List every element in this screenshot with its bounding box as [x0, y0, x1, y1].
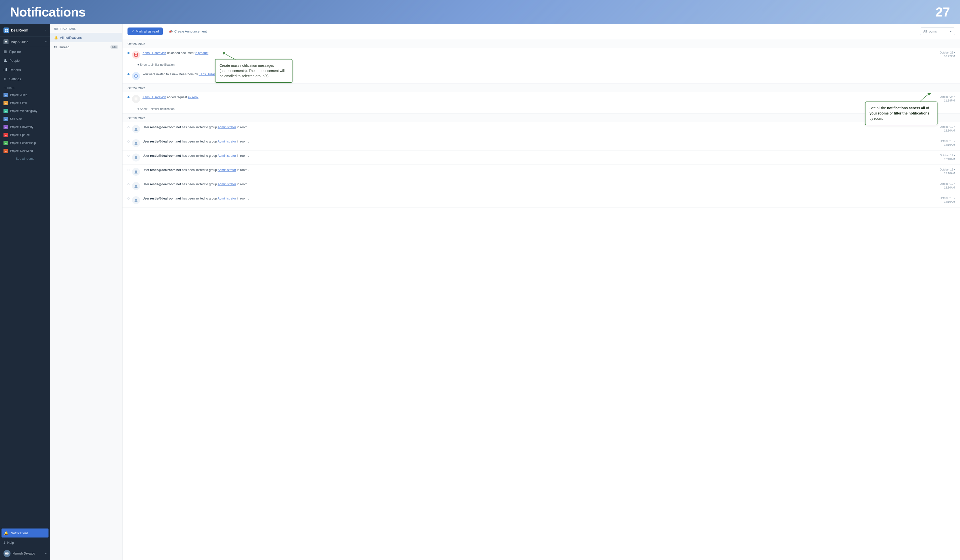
user-name: Hannah Delgado	[13, 552, 35, 555]
pipeline-icon: ▦	[3, 50, 7, 53]
date-group-oct19: Oct 19, 2022	[123, 113, 960, 122]
room-project-simil[interactable]: ☰ Project Simil	[0, 99, 50, 107]
room-project-spruce[interactable]: ☰ Project Spruce	[0, 131, 50, 139]
room-icon-nextmind: ☰	[3, 149, 8, 153]
collapse-icon[interactable]: «	[45, 29, 46, 32]
room-project-weddingday[interactable]: ☰ Project WeddingDay	[0, 107, 50, 115]
nav-settings[interactable]: ⚙ Settings	[0, 75, 50, 83]
group-link[interactable]: Administrator	[218, 182, 236, 186]
read-dot	[128, 141, 130, 142]
nav-help[interactable]: ℹ Help	[0, 538, 50, 547]
notifications-toolbar: ✓ Mark all as read 📣 Create Announcement…	[123, 24, 960, 39]
user-icon	[132, 196, 140, 204]
rooms-filter-dropdown[interactable]: All rooms ▾	[920, 27, 955, 35]
svg-point-17	[135, 142, 137, 144]
room-project-university[interactable]: ☰ Project University	[0, 123, 50, 131]
notification-time: October 19 • 12:10AM	[940, 196, 955, 204]
nav-pipeline[interactable]: ▦ Pipeline	[0, 47, 50, 56]
room-icon-university: ☰	[3, 125, 8, 129]
request-link[interactable]: #2 req2	[188, 96, 198, 99]
unread-dot	[128, 96, 130, 98]
svg-rect-3	[6, 30, 8, 32]
nav-pipeline-label: Pipeline	[9, 50, 21, 53]
user-link[interactable]: Kans Husarevich	[142, 96, 166, 99]
group-link[interactable]: Administrator	[218, 197, 236, 200]
svg-rect-5	[4, 69, 4, 71]
room-label-jules: Project Jules	[10, 93, 27, 97]
notification-content: Kans Husarevich added request #2 req2.	[142, 95, 937, 100]
svg-point-21	[135, 199, 137, 201]
svg-point-19	[135, 171, 137, 172]
create-announcement-button[interactable]: 📣 Create Announcement	[166, 27, 210, 35]
notification-content: User restie@dealroom.net has been invite…	[142, 196, 937, 201]
read-dot	[128, 126, 130, 128]
svg-text:PDF: PDF	[134, 54, 138, 56]
list-icon	[132, 95, 140, 103]
nav-reports[interactable]: Reports	[0, 65, 50, 75]
nav-people-label: People	[10, 59, 19, 62]
sidebar: DealRoom « M Major Airline ▾ ▦ Pipeline	[0, 24, 50, 560]
group-link[interactable]: Administrator	[218, 140, 236, 143]
bell-icon: 🔔	[54, 36, 58, 40]
group-link[interactable]: Administrator	[218, 168, 236, 172]
user-profile[interactable]: HD Hannah Delgado ▾	[0, 547, 50, 560]
workspace-dropdown-icon: ▾	[45, 40, 46, 43]
brand-icon	[3, 27, 9, 33]
nav-settings-label: Settings	[9, 77, 21, 81]
rooms-label: Rooms	[0, 83, 50, 91]
room-project-scholarship[interactable]: ☰ Project Scholarship	[0, 139, 50, 147]
tooltip-arrow-filter	[915, 93, 932, 103]
header-count: 27	[936, 5, 950, 19]
svg-text:+: +	[135, 74, 137, 78]
nav-people[interactable]: People	[0, 56, 50, 65]
user-icon	[132, 125, 140, 133]
show-similar-2[interactable]: ▾ Show 1 similar notification	[123, 106, 960, 113]
notification-content: User restie@dealroom.net has been invite…	[142, 125, 937, 130]
brand-name: DealRoom	[11, 28, 28, 32]
room-icon-simil: ☰	[3, 101, 8, 105]
chevron-down-icon: ▾	[138, 63, 139, 67]
settings-icon: ⚙	[3, 77, 7, 81]
room-label-university: Project University	[10, 125, 33, 129]
notification-time: October 19 • 12:10AM	[940, 168, 955, 176]
group-link[interactable]: Administrator	[218, 154, 236, 157]
notifications-main: ✓ Mark all as read 📣 Create Announcement…	[123, 24, 960, 560]
notifications-panel: NOTIFICATIONS 🔔 All notifications ✉ Unre…	[50, 24, 123, 560]
workspace-selector[interactable]: M Major Airline ▾	[0, 37, 50, 47]
room-sell-side[interactable]: ☰ Sell Side	[0, 115, 50, 123]
svg-rect-7	[6, 68, 7, 71]
notification-content: User restie@dealroom.net has been invite…	[142, 182, 937, 187]
unread-dot	[128, 52, 130, 54]
group-link[interactable]: Administrator	[218, 125, 236, 129]
room-icon-jules: ☰	[3, 93, 8, 97]
room-project-jules[interactable]: ☰ Project Jules	[0, 91, 50, 99]
see-all-rooms-link[interactable]: See all rooms	[0, 155, 50, 163]
plus-icon: +	[132, 72, 140, 80]
svg-point-16	[135, 128, 137, 130]
panel-all-notifications[interactable]: 🔔 All notifications	[50, 33, 122, 42]
help-icon: ℹ	[3, 541, 5, 544]
check-icon: ✓	[131, 29, 134, 33]
notifications-icon: 🔔	[4, 531, 8, 535]
user-icon	[132, 154, 140, 162]
notification-content: User restie@dealroom.net has been invite…	[142, 139, 937, 144]
read-dot	[128, 183, 130, 185]
svg-point-20	[135, 185, 137, 187]
room-project-nextmind[interactable]: ☰ Project NextMind	[0, 147, 50, 155]
user-icon	[132, 182, 140, 190]
user-link[interactable]: Kans Husarevich	[142, 51, 166, 55]
tooltip-arrow-announcement	[223, 52, 238, 61]
notification-content: Kans Husarevich uploaded document 2 prod…	[142, 51, 937, 56]
svg-rect-2	[5, 30, 6, 32]
panel-unread[interactable]: ✉ Unread 433	[50, 42, 122, 52]
read-dot	[128, 169, 130, 171]
user-icon	[132, 139, 140, 147]
header-banner: Notifications 27	[0, 0, 960, 24]
nav-notifications[interactable]: 🔔 Notifications	[2, 528, 48, 538]
room-icon-spruce: ☰	[3, 133, 8, 137]
notification-item: User restie@dealroom.net has been invite…	[123, 193, 960, 208]
notification-time: October 19 • 12:10AM	[940, 125, 955, 133]
mark-all-read-button[interactable]: ✓ Mark all as read	[128, 27, 163, 35]
doc-link[interactable]: 2 product	[195, 51, 208, 55]
date-group-oct24: Oct 24, 2022	[123, 83, 960, 92]
